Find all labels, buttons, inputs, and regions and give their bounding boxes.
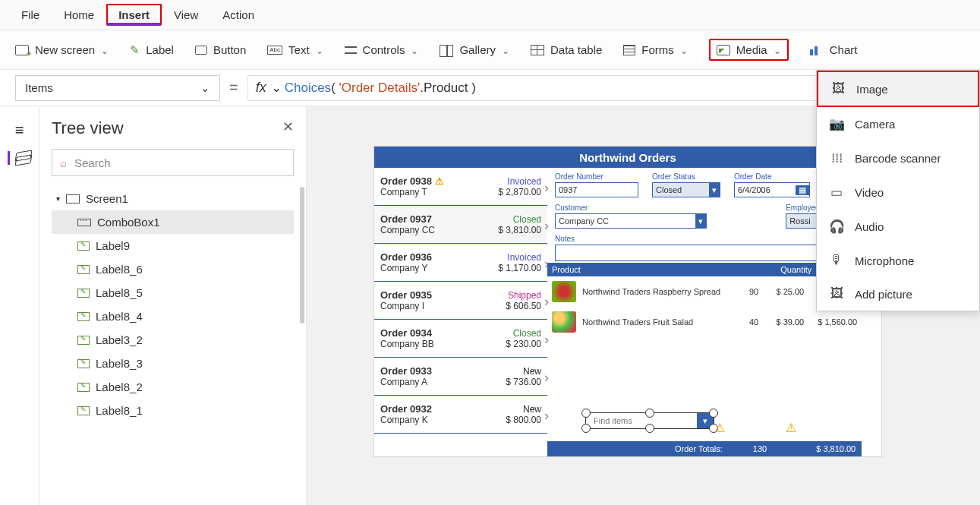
- resize-handle[interactable]: [645, 409, 654, 418]
- order-detail: Order Number0937 Order StatusClosed Orde…: [547, 168, 862, 261]
- tree-item-label8-2[interactable]: Label8_2: [52, 375, 294, 399]
- text-icon: Abc: [267, 46, 282, 55]
- notes-field[interactable]: [555, 245, 854, 261]
- video-icon: ▭: [829, 185, 844, 200]
- label-icon: [77, 336, 90, 345]
- menu-action[interactable]: Action: [210, 4, 266, 26]
- camera-icon: 📷: [829, 116, 844, 132]
- media-camera[interactable]: 📷Camera: [817, 107, 979, 141]
- order-row[interactable]: Order 0934Company BBClosed$ 230.00›: [374, 320, 547, 358]
- menu-view[interactable]: View: [162, 4, 210, 26]
- tree-item-label8-5[interactable]: Label8_5: [52, 281, 294, 305]
- tree-view-pane: Tree view✕ ⌕Search ▾Screen1 ComboBox1 La…: [39, 106, 307, 505]
- tree-item-label8-1[interactable]: Label8_1: [52, 399, 294, 422]
- product-row[interactable]: Northwind Traders Raspberry Spread90$ 25…: [547, 276, 862, 307]
- hamburger-icon[interactable]: ≡: [15, 122, 24, 139]
- layers-icon: [14, 151, 31, 165]
- add-picture-icon: 🖼: [829, 286, 844, 301]
- media-microphone[interactable]: 🎙Microphone: [817, 244, 979, 277]
- chart-button[interactable]: Chart: [810, 43, 858, 56]
- order-row[interactable]: Order 0936Company YInvoiced$ 1,170.00›: [374, 244, 547, 282]
- app-preview: Northwind Orders🗑 Order 0938⚠Company TIn…: [373, 146, 882, 457]
- media-video[interactable]: ▭Video: [817, 175, 979, 210]
- order-status-select[interactable]: Closed: [652, 182, 720, 197]
- new-screen-button[interactable]: New screen: [15, 43, 109, 56]
- order-row[interactable]: Order 0937Company CCClosed$ 3,810.00›: [374, 206, 547, 244]
- resize-handle[interactable]: [581, 409, 591, 418]
- microphone-icon: 🎙: [829, 253, 844, 268]
- order-date-field[interactable]: 6/4/2006: [734, 182, 810, 197]
- fx-icon: fx: [256, 80, 266, 96]
- resize-handle[interactable]: [581, 424, 591, 433]
- menu-file[interactable]: File: [9, 4, 52, 26]
- media-dropdown: 🖼Image 📷Camera ⁞⁞⁞Barcode scanner ▭Video…: [816, 70, 980, 311]
- controls-button[interactable]: Controls: [345, 43, 419, 56]
- order-row[interactable]: Order 0933Company ANew$ 736.00›: [374, 358, 547, 396]
- tree-item-label8-4[interactable]: Label8_4: [52, 305, 294, 328]
- tree-item-combobox1[interactable]: ComboBox1: [52, 210, 294, 234]
- label-icon: [77, 312, 90, 321]
- property-selector[interactable]: Items⌄: [15, 75, 220, 101]
- tree-item-label8-3[interactable]: Label8_3: [52, 352, 294, 375]
- search-input[interactable]: ⌕Search: [52, 149, 294, 176]
- tree-item-label8-6[interactable]: Label8_6: [52, 257, 294, 281]
- warning-icon: ⚠: [786, 421, 796, 435]
- order-row[interactable]: Order 0938⚠Company TInvoiced$ 2,870.00›: [374, 168, 547, 206]
- customer-select[interactable]: Company CC: [555, 213, 707, 229]
- product-row[interactable]: Northwind Traders Fruit Salad40$ 39.00$ …: [547, 307, 862, 337]
- tree-item-label3-2[interactable]: Label3_2: [52, 328, 294, 352]
- order-list: Order 0938⚠Company TInvoiced$ 2,870.00›O…: [374, 168, 547, 456]
- media-button[interactable]: Media: [709, 39, 789, 61]
- product-header: Product Quantity Unit Pr: [547, 263, 862, 276]
- menu-insert[interactable]: Insert: [106, 4, 162, 26]
- left-rail: ≡: [0, 106, 39, 505]
- order-row[interactable]: Order 0935Company IShipped$ 606.50›: [374, 282, 547, 320]
- media-barcode[interactable]: ⁞⁞⁞Barcode scanner: [817, 141, 979, 175]
- order-row[interactable]: Order 0932Company KNew$ 800.00›: [374, 396, 547, 434]
- fn-name: Choices: [285, 80, 331, 96]
- label-icon: [77, 406, 90, 415]
- tree-item-label9[interactable]: Label9: [52, 234, 294, 257]
- media-audio[interactable]: 🎧Audio: [817, 210, 979, 244]
- forms-button[interactable]: Forms: [623, 43, 688, 56]
- scrollbar-thumb[interactable]: [300, 187, 304, 324]
- combobox-canvas[interactable]: Find items ▾: [585, 412, 714, 429]
- equals-label: =: [229, 79, 238, 96]
- media-image[interactable]: 🖼Image: [817, 71, 979, 107]
- pencil-icon: [130, 43, 140, 57]
- close-icon[interactable]: ✕: [282, 118, 294, 138]
- media-add-picture[interactable]: 🖼Add picture: [817, 277, 979, 311]
- app-title-bar: Northwind Orders🗑: [374, 147, 881, 168]
- resize-handle[interactable]: [709, 409, 718, 418]
- label-icon: [77, 383, 90, 392]
- form-icon: [623, 45, 635, 55]
- search-icon: ⌕: [60, 156, 67, 169]
- warning-icon: ⚠: [714, 421, 725, 435]
- order-totals-bar: Order Totals: 130 $ 3,810.00: [547, 441, 862, 456]
- menubar: File Home Insert View Action: [0, 0, 980, 30]
- gallery-button[interactable]: Gallery: [440, 43, 509, 56]
- button-icon: [195, 46, 207, 55]
- screen-icon: [66, 194, 80, 204]
- chart-icon: [810, 45, 824, 55]
- media-icon: [717, 45, 730, 55]
- tree: ▾Screen1 ComboBox1 Label9 Label8_6 Label…: [52, 187, 294, 422]
- new-screen-icon: [15, 45, 29, 55]
- ribbon: New screen Label Button AbcText Controls…: [0, 30, 980, 70]
- table-icon: [531, 45, 544, 55]
- text-button[interactable]: AbcText: [267, 43, 323, 56]
- order-number-field[interactable]: 0937: [555, 182, 638, 197]
- tree-screen[interactable]: ▾Screen1: [52, 187, 294, 210]
- controls-icon: [345, 45, 357, 55]
- headphones-icon: 🎧: [829, 219, 844, 235]
- label-icon: [77, 359, 90, 368]
- fn-string: 'Order Details': [339, 80, 421, 96]
- tree-view-rail-button[interactable]: [8, 151, 31, 165]
- button-button[interactable]: Button: [195, 43, 246, 56]
- product-list: Northwind Traders Raspberry Spread90$ 25…: [547, 276, 862, 337]
- resize-handle[interactable]: [645, 424, 654, 433]
- label-button[interactable]: Label: [130, 43, 174, 57]
- data-table-button[interactable]: Data table: [531, 43, 602, 56]
- tree-view-title: Tree view✕: [52, 118, 294, 138]
- menu-home[interactable]: Home: [52, 4, 106, 26]
